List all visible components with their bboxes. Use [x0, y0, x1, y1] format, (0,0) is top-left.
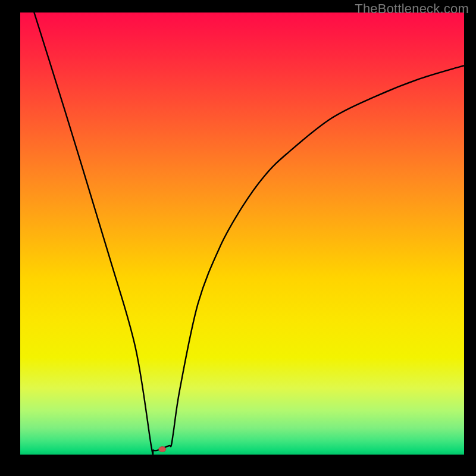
curve-layer	[20, 12, 464, 455]
minimum-marker	[159, 447, 166, 452]
bottleneck-curve	[20, 12, 464, 455]
chart-frame: TheBottleneck.com	[0, 0, 476, 476]
watermark-text: TheBottleneck.com	[355, 1, 469, 17]
plot-area	[20, 12, 464, 455]
